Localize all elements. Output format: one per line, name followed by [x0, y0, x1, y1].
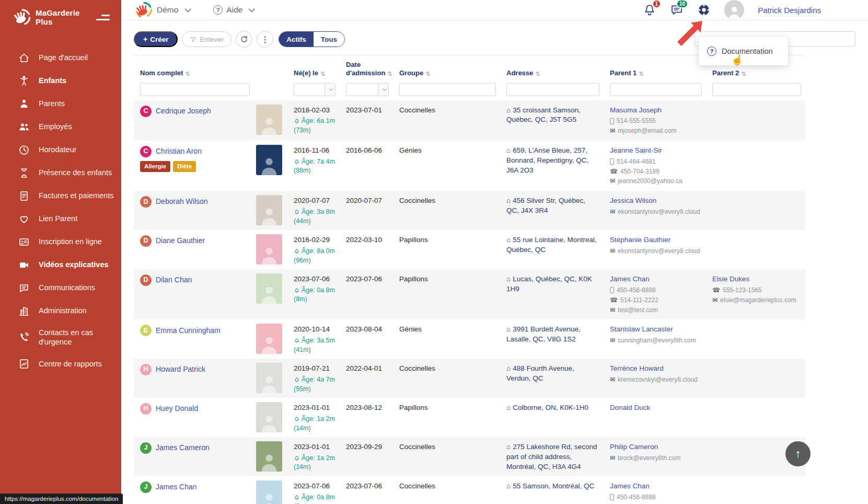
- contact-email: jeanne2000@yahoo.ca: [610, 177, 702, 186]
- mobile-icon: [610, 158, 614, 165]
- sidebar-item-enfants[interactable]: Enfants: [0, 70, 121, 93]
- child-photo: [256, 363, 282, 393]
- parent-name-link[interactable]: Jessica Wilson: [610, 196, 702, 206]
- filter-date-dropdown[interactable]: [378, 83, 389, 96]
- sidebar-item-administration[interactable]: Administration: [0, 300, 121, 323]
- child-name-link[interactable]: James Cameron: [156, 443, 210, 453]
- messages-button[interactable]: 10: [670, 3, 684, 17]
- sort-icon[interactable]: [425, 71, 430, 78]
- remove-filter-button[interactable]: Enlever: [182, 31, 232, 47]
- sort-icon[interactable]: [741, 71, 746, 78]
- user-menu[interactable]: Patrick Desjardins: [758, 6, 821, 15]
- help-menu-button[interactable]: Aide: [213, 5, 253, 15]
- sidebar-toggle-icon[interactable]: [94, 13, 112, 22]
- sidebar-item-factures-paiements[interactable]: Factures et paiements: [0, 185, 121, 208]
- tab-actifs[interactable]: Actifs: [279, 32, 314, 47]
- table-row[interactable]: DDeborah Wilson2020-07-07Âge: 3a 8m(44m)…: [134, 191, 805, 230]
- table-row[interactable]: DDiane Gauthier2016-02-29Âge: 8a 0m(96m)…: [134, 230, 805, 269]
- support-button[interactable]: [697, 3, 711, 17]
- heart-icon: [18, 213, 30, 225]
- user-avatar[interactable]: [724, 0, 744, 20]
- parent-name-link[interactable]: Elsie Dukes: [712, 274, 801, 284]
- birth-date: 2018-02-03: [294, 106, 335, 116]
- sidebar-item-videos-explicatives[interactable]: Vidéos explicatives: [0, 254, 121, 277]
- hand-cursor-icon: [731, 54, 744, 66]
- table-row[interactable]: HHoward Patrick2019-07-21Âge: 4a 7m(55m)…: [134, 359, 805, 398]
- sort-icon[interactable]: [639, 71, 643, 78]
- filter-date-dropdown[interactable]: [325, 83, 335, 96]
- sidebar-item-communications[interactable]: Communications: [0, 277, 121, 300]
- birth-date: 2019-07-21: [294, 364, 335, 374]
- child-name-link[interactable]: Diane Gauthier: [156, 236, 205, 246]
- phone-icon: [18, 331, 30, 343]
- sidebar-item-presence-enfants[interactable]: Présence des enfants: [0, 162, 121, 185]
- contact-email: mjoseph@email.com: [610, 127, 702, 135]
- age-months: (44m): [294, 217, 335, 226]
- notifications-button[interactable]: 1: [643, 3, 656, 17]
- sort-icon[interactable]: [320, 71, 325, 78]
- refresh-button[interactable]: [236, 31, 252, 48]
- sort-icon[interactable]: [535, 71, 540, 78]
- parent-name-link[interactable]: Jeanne Saint-Sir: [610, 146, 702, 156]
- mobile-icon: [610, 494, 614, 500]
- age-text: Âge: 0a 8m: [294, 286, 335, 295]
- contact-mobile: 514-464-4681: [610, 157, 702, 166]
- child-name-link[interactable]: Huey Donald: [156, 404, 198, 414]
- filter-groupe-input[interactable]: [399, 83, 496, 96]
- parent-name-link[interactable]: Masuma Joseph: [610, 106, 702, 116]
- filter-parent1-input[interactable]: [610, 83, 702, 96]
- child-name-link[interactable]: Howard Patrick: [156, 364, 205, 375]
- child-name-link[interactable]: Deborah Wilson: [156, 197, 208, 207]
- parent-name-link[interactable]: James Chan: [610, 274, 702, 284]
- org-selector[interactable]: Démo: [136, 2, 189, 18]
- more-options-button[interactable]: [257, 31, 273, 48]
- child-name-link[interactable]: Christian Aron: [156, 146, 202, 157]
- child-name-link[interactable]: Cedrique Joseph: [156, 106, 211, 117]
- parent-name-link[interactable]: Stéphanie Gauthier: [610, 235, 702, 245]
- sidebar-item-parents[interactable]: Parents: [0, 93, 121, 116]
- documentation-menu-item[interactable]: Documentation: [722, 47, 773, 55]
- sidebar-item-label: Administration: [39, 306, 87, 316]
- sidebar-item-label: Factures et paiements: [39, 191, 113, 201]
- table-row[interactable]: CCedrique Joseph2018-02-03Âge: 6a 1m(73m…: [134, 100, 805, 141]
- sidebar-item-employes[interactable]: Employés: [0, 116, 121, 139]
- parent-name-link[interactable]: Stanislaw Lancaster: [610, 325, 702, 335]
- filter-nom-input[interactable]: [140, 83, 250, 96]
- life-ring-icon: [697, 3, 711, 17]
- table-row[interactable]: HHuey Donald2023-01-01Âge: 1a 2m(14m)202…: [134, 398, 805, 437]
- table-row[interactable]: CChristian AronAllergieDiète2016-11-06Âg…: [134, 141, 805, 191]
- sidebar-item-contacts-urgence[interactable]: Contacts en cas d'urgence: [0, 323, 121, 353]
- filter-adresse-input[interactable]: [506, 83, 599, 96]
- sidebar-item-centre-rapports[interactable]: Centre de rapports: [0, 352, 121, 375]
- table-row[interactable]: JJames Cameron2023-01-01Âge: 1a 2m(14m)2…: [134, 437, 805, 476]
- sidebar-item-accueil[interactable]: Page d'accueil: [0, 47, 121, 70]
- table-row[interactable]: JJames Chan2023-07-06Âge: 0a 8m(8m)2023-…: [134, 476, 805, 504]
- sidebar-item-horodateur[interactable]: Horodateur: [0, 139, 121, 162]
- birth-date: 2023-01-01: [294, 442, 335, 452]
- child-name-link[interactable]: James Chan: [156, 482, 197, 492]
- sidebar-item-inscription-en-ligne[interactable]: Inscription en ligne: [0, 231, 121, 254]
- parent-name-link[interactable]: Donald Duck: [610, 403, 702, 413]
- filter-parent2-input[interactable]: [712, 83, 801, 96]
- table-row[interactable]: EEmma Cunningham2020-10-14Âge: 3a 5m(41m…: [134, 319, 805, 359]
- parent-name-link[interactable]: Philip Cameron: [610, 442, 702, 452]
- filter-admission-input[interactable]: [346, 83, 378, 96]
- tab-tous[interactable]: Tous: [314, 32, 344, 47]
- sidebar-item-lien-parent[interactable]: Lien Parent: [0, 208, 121, 231]
- parent2-cell: [706, 194, 805, 227]
- sort-icon[interactable]: [185, 71, 190, 78]
- parent-name-link[interactable]: Terrénce Howard: [610, 364, 702, 374]
- age-months: (14m): [294, 424, 335, 433]
- child-name-link[interactable]: Dilan Chan: [156, 275, 192, 285]
- create-button[interactable]: Créer: [134, 31, 178, 47]
- table-row[interactable]: DDilan Chan2023-07-06Âge: 0a 8m(8m)2023-…: [134, 269, 805, 319]
- filter-naissance-input[interactable]: [294, 83, 325, 96]
- group-name: Génies: [393, 144, 500, 188]
- child-name-link[interactable]: Emma Cunningham: [156, 326, 221, 336]
- sort-icon[interactable]: [387, 71, 392, 78]
- child-tag: Diète: [173, 161, 196, 172]
- parent-name-link[interactable]: James Chan: [610, 482, 702, 491]
- contact-email: elsie@magarderieplus.com: [712, 296, 801, 305]
- birth-date: 2016-11-06: [294, 146, 335, 156]
- scroll-to-top-button[interactable]: [785, 441, 811, 466]
